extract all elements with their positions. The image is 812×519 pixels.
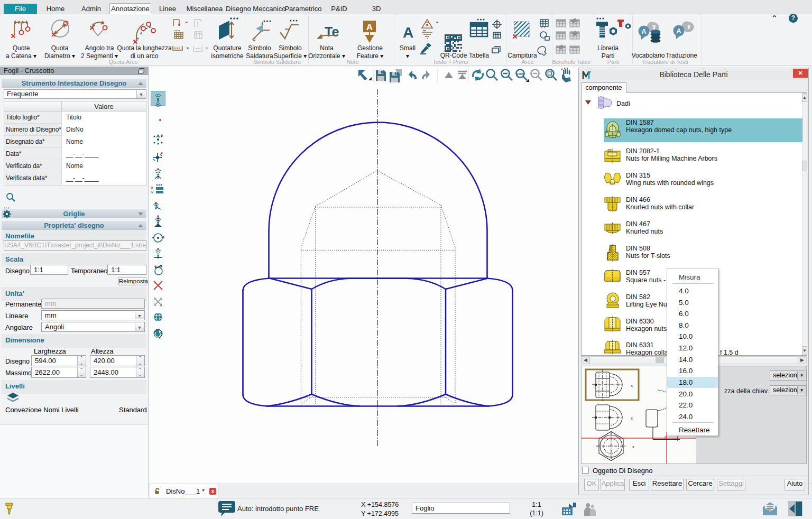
svg-text:x: x	[632, 444, 634, 449]
svg-text:Te: Te	[325, 24, 339, 39]
svg-text:A: A	[366, 22, 373, 32]
svg-text:x: x	[631, 383, 633, 388]
svg-text:x: x	[631, 416, 633, 421]
svg-text:A: A	[403, 24, 413, 41]
